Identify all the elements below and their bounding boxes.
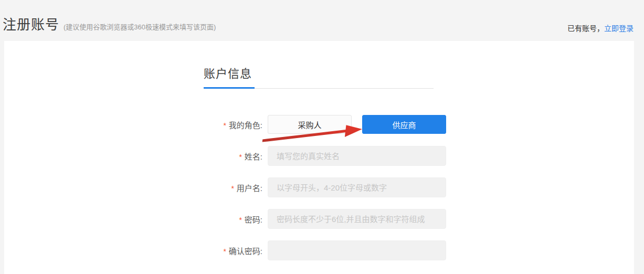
role-label: *我的角色:	[204, 119, 268, 130]
required-asterisk: *	[223, 247, 226, 256]
required-asterisk: *	[239, 216, 241, 224]
section-divider-accent	[204, 87, 255, 89]
page-title: 注册账号	[3, 14, 59, 33]
password-field[interactable]	[268, 209, 446, 229]
name-label: *姓名:	[204, 151, 268, 162]
username-row: *用户名:	[204, 177, 450, 197]
required-asterisk: *	[223, 121, 226, 130]
username-field[interactable]	[268, 177, 446, 197]
header-account-links: 已有账号，立即登录	[567, 23, 634, 33]
confirm-password-label: *确认密码:	[204, 245, 268, 256]
name-row: *姓名:	[204, 146, 450, 166]
login-link[interactable]: 立即登录	[604, 24, 634, 33]
confirm-password-field[interactable]	[268, 240, 446, 260]
page-header: 注册账号 (建议使用谷歌浏览器或360极速模式来填写该页面) 已有账号，立即登录	[0, 0, 644, 41]
role-option-purchaser[interactable]: 采购人	[268, 115, 352, 134]
required-asterisk: *	[231, 184, 234, 193]
content-panel: 账户信息 *我的角色: 采购人 供应商 *姓名: *用户名: *密码: *确认密…	[4, 41, 634, 274]
have-account-text: 已有账号，	[567, 24, 604, 33]
section-divider	[204, 88, 434, 89]
password-row: *密码:	[204, 209, 450, 229]
username-label: *用户名:	[204, 182, 268, 193]
page-subtitle: (建议使用谷歌浏览器或360极速模式来填写该页面)	[64, 22, 216, 31]
password-label: *密码:	[204, 214, 268, 225]
required-asterisk: *	[239, 153, 241, 161]
role-option-supplier[interactable]: 供应商	[362, 115, 446, 134]
confirm-password-row: *确认密码:	[204, 240, 450, 260]
title-row: 注册账号 (建议使用谷歌浏览器或360极速模式来填写该页面)	[3, 14, 634, 33]
account-info-section-header: 账户信息	[204, 64, 434, 89]
role-row: *我的角色: 采购人 供应商	[204, 115, 450, 134]
section-title: 账户信息	[204, 64, 434, 81]
name-field[interactable]	[268, 146, 446, 166]
registration-form: *我的角色: 采购人 供应商 *姓名: *用户名: *密码: *确认密码:	[204, 115, 450, 272]
